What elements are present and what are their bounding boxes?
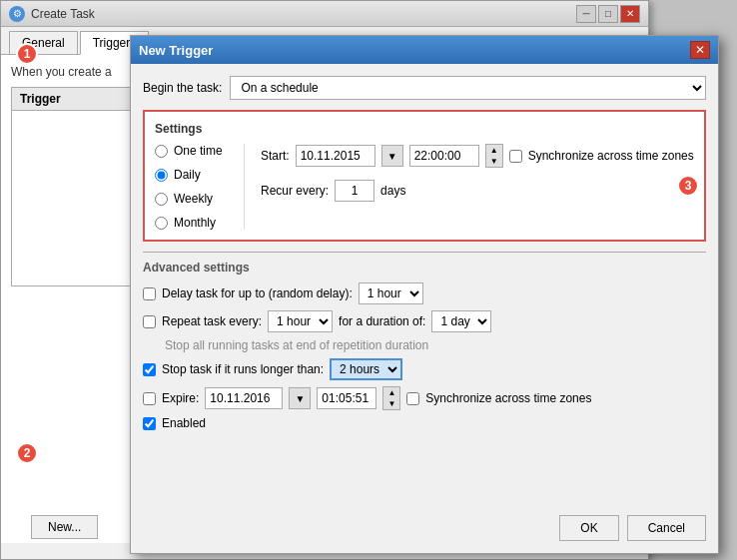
radio-one-time-input[interactable] (155, 145, 168, 158)
dialog-body: Begin the task: On a schedule Settings O… (131, 64, 718, 553)
sync-checkbox[interactable] (509, 150, 522, 163)
start-date-input[interactable] (296, 145, 375, 167)
radio-monthly-input[interactable] (155, 217, 168, 230)
new-button[interactable]: New... (31, 515, 98, 539)
time-up-button[interactable]: ▲ (486, 145, 502, 156)
expire-row: Expire: ▼ ▲ ▼ Synchronize across time zo… (143, 386, 706, 410)
delay-task-row: Delay task for up to (random delay): 1 h… (143, 282, 706, 304)
repeat-task-select[interactable]: 1 hour (268, 310, 333, 332)
recur-input[interactable] (335, 180, 374, 202)
badge-3: 3 (677, 175, 699, 197)
dialog-footer: OK Cancel (559, 515, 706, 541)
enabled-row: Enabled (143, 416, 706, 430)
ok-button[interactable]: OK (559, 515, 618, 541)
expire-sync-checkbox[interactable] (406, 392, 419, 405)
settings-inner: One time Daily Weekly Monthly (155, 144, 694, 230)
maximize-button[interactable]: □ (598, 5, 618, 23)
recur-unit: days (380, 184, 405, 198)
time-down-button[interactable]: ▼ (486, 156, 502, 167)
radio-weekly: Weekly (155, 192, 228, 206)
stop-task-row: Stop task if it runs longer than: 2 hour… (143, 358, 706, 380)
radio-daily: Daily (155, 168, 228, 182)
start-row: Start: ▼ ▲ ▼ Synchronize across time zon… (261, 144, 694, 168)
start-label: Start: (261, 149, 290, 163)
create-task-titlebar: ⚙ Create Task ─ □ ✕ (1, 1, 648, 27)
expire-time-up-button[interactable]: ▲ (383, 387, 399, 398)
delay-task-select[interactable]: 1 hour (359, 282, 423, 304)
close-button[interactable]: ✕ (620, 5, 640, 23)
new-trigger-dialog: New Trigger ✕ Begin the task: On a sched… (130, 35, 719, 554)
start-time-input[interactable] (409, 145, 479, 167)
expire-time-down-button[interactable]: ▼ (383, 398, 399, 409)
cancel-button[interactable]: Cancel (627, 515, 706, 541)
dialog-close-button[interactable]: ✕ (690, 41, 710, 59)
expire-date-picker-button[interactable]: ▼ (289, 387, 311, 409)
date-picker-button[interactable]: ▼ (381, 145, 403, 167)
dialog-titlebar: New Trigger ✕ (131, 36, 718, 64)
expire-label: Expire: (162, 391, 199, 405)
begin-task-row: Begin the task: On a schedule (143, 76, 706, 100)
repeat-task-checkbox[interactable] (143, 315, 156, 328)
radio-weekly-input[interactable] (155, 193, 168, 206)
settings-right: Start: ▼ ▲ ▼ Synchronize across time zon… (245, 144, 694, 230)
stop-all-label: Stop all running tasks at end of repetit… (165, 338, 428, 352)
dialog-title: New Trigger (139, 43, 213, 58)
radio-group: One time Daily Weekly Monthly (155, 144, 245, 230)
expire-time-input[interactable] (317, 387, 376, 409)
create-task-title: Create Task (31, 7, 95, 21)
app-icon: ⚙ (9, 6, 25, 22)
repeat-task-row: Repeat task every: 1 hour for a duration… (143, 310, 706, 332)
expire-sync-label: Synchronize across time zones (425, 391, 591, 405)
enabled-label: Enabled (162, 416, 206, 430)
settings-label: Settings (155, 122, 694, 136)
stop-all-row: Stop all running tasks at end of repetit… (143, 338, 706, 352)
radio-daily-input[interactable] (155, 169, 168, 182)
duration-select[interactable]: 1 day (431, 310, 491, 332)
settings-box: Settings One time Daily Weekly (143, 110, 706, 242)
sync-row: Synchronize across time zones (509, 149, 694, 163)
expire-date-input[interactable] (205, 387, 283, 409)
stop-task-label: Stop task if it runs longer than: (162, 362, 324, 376)
time-spinner: ▲ ▼ (485, 144, 503, 168)
begin-task-label: Begin the task: (143, 81, 222, 95)
radio-monthly: Monthly (155, 216, 228, 230)
stop-task-checkbox[interactable] (143, 363, 156, 376)
begin-task-select[interactable]: On a schedule (230, 76, 706, 100)
advanced-label: Advanced settings (143, 261, 706, 275)
stop-task-select[interactable]: 2 hours (330, 358, 402, 380)
advanced-settings: Advanced settings Delay task for up to (… (143, 252, 706, 430)
radio-weekly-label: Weekly (174, 192, 213, 206)
radio-monthly-label: Monthly (174, 216, 216, 230)
recur-row: Recur every: days 3 (261, 180, 694, 202)
delay-task-label: Delay task for up to (random delay): (162, 286, 353, 300)
expire-time-spinner: ▲ ▼ (382, 386, 400, 410)
badge-2: 2 (16, 442, 38, 464)
radio-one-time-label: One time (174, 144, 223, 158)
repeat-task-label: Repeat task every: (162, 314, 262, 328)
titlebar-controls: ─ □ ✕ (576, 5, 640, 23)
enabled-checkbox[interactable] (143, 417, 156, 430)
radio-one-time: One time (155, 144, 228, 158)
badge-1: 1 (16, 43, 38, 65)
recur-label: Recur every: (261, 184, 329, 198)
minimize-button[interactable]: ─ (576, 5, 596, 23)
expire-checkbox[interactable] (143, 392, 156, 405)
radio-daily-label: Daily (174, 168, 201, 182)
duration-label: for a duration of: (339, 314, 425, 328)
sync-label: Synchronize across time zones (528, 149, 694, 163)
delay-task-checkbox[interactable] (143, 287, 156, 300)
